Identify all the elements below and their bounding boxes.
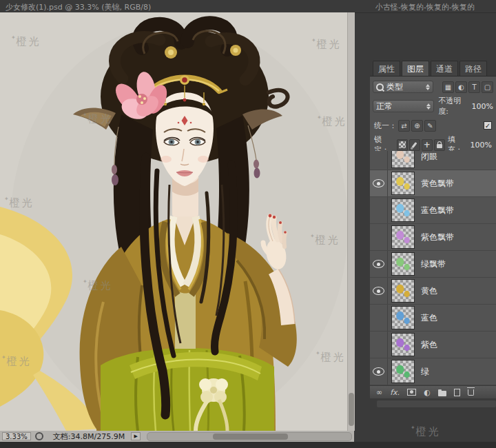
layer-name[interactable]: 蓝色飘带 [421, 205, 454, 216]
visibility-toggle[interactable] [370, 170, 388, 196]
search-icon [376, 83, 384, 91]
photoshop-window: 少女修改(1).psd @ 33.3% (美锦, RGB/8) 小古怪-恢复的-… [0, 0, 496, 448]
unify-label: 统一： [374, 121, 397, 131]
layer-thumbnail[interactable] [391, 306, 415, 329]
layer-row[interactable]: 闭眼 [370, 151, 496, 170]
fill-value[interactable]: 100% [471, 141, 492, 150]
propagate-checkbox[interactable]: ✓ [484, 121, 492, 130]
layers-panel-group: 属性 图层 通道 路径 类型 ▦ ◐ T ▢ [370, 0, 496, 448]
visibility-toggle[interactable] [370, 305, 388, 331]
eye-icon [373, 260, 384, 268]
shape-filter-icon[interactable]: ▢ [482, 81, 493, 93]
visibility-toggle[interactable] [370, 332, 388, 358]
status-options-button[interactable]: ▶ [131, 432, 141, 440]
visibility-toggle[interactable] [370, 224, 388, 250]
canvas-vertical-scrollbar[interactable] [347, 12, 355, 431]
artwork-illustration [0, 12, 347, 431]
layer-thumbnail[interactable] [391, 279, 415, 303]
blend-mode-value: 正常 [376, 101, 393, 112]
add-layer-mask-icon[interactable] [407, 389, 416, 396]
horizontal-scrollbar-thumb[interactable] [213, 434, 288, 440]
layer-row[interactable]: 黄色飘带 [370, 170, 496, 197]
layer-filter-row: 类型 ▦ ◐ T ▢ [370, 78, 496, 96]
layer-name[interactable]: 绿 [421, 366, 429, 378]
visibility-toggle[interactable] [370, 197, 388, 223]
window-bottom-edge [0, 442, 496, 448]
zoom-level-field[interactable]: 3.33% [2, 432, 31, 440]
layer-name[interactable]: 闭眼 [421, 151, 437, 163]
opacity-label: 不透明度: [438, 96, 470, 116]
kind-filter-dropdown[interactable]: 类型 [373, 81, 433, 93]
layers-panel-body: 类型 ▦ ◐ T ▢ 正常 不透明度: 100% [370, 76, 496, 398]
chevron-updown-icon [422, 84, 430, 90]
layer-name[interactable]: 蓝色 [421, 312, 437, 324]
delete-layer-icon[interactable] [468, 389, 474, 396]
layer-thumbnail[interactable] [391, 151, 415, 168]
chevron-updown-icon [423, 103, 431, 110]
layer-thumbnail[interactable] [391, 225, 415, 249]
type-filter-icon[interactable]: T [468, 81, 480, 93]
collapsed-panel-bar[interactable] [377, 400, 496, 407]
layer-list: 闭眼 黄色飘带 蓝色飘带 紫色飘带 [370, 151, 496, 385]
opacity-value[interactable]: 100% [472, 102, 493, 111]
eye-icon [373, 179, 384, 187]
unify-position-icon[interactable]: ⇄ [398, 120, 410, 132]
layer-style-fx-icon[interactable]: fx. [390, 388, 400, 397]
adjustment-filter-icon[interactable]: ◐ [455, 81, 467, 93]
document-tab-left[interactable]: 少女修改(1).psd @ 33.3% (美锦, RGB/8) [6, 2, 151, 12]
layer-thumbnail[interactable] [391, 172, 415, 195]
layer-name[interactable]: 紫色飘带 [421, 232, 454, 243]
unify-row: 统一： ⇄ ⊕ ✎ ✓ [370, 116, 496, 134]
layer-row[interactable]: 黄色 [370, 278, 496, 305]
new-adjustment-layer-icon[interactable]: ◐ [424, 389, 431, 396]
document-size-info: 文档:34.8M/275.9M [53, 431, 125, 442]
layer-name[interactable]: 紫色 [421, 339, 437, 351]
layer-row[interactable]: 蓝色飘带 [370, 197, 496, 224]
layer-thumbnail[interactable] [391, 360, 415, 383]
pixel-filter-icon[interactable]: ▦ [442, 81, 454, 93]
layer-row[interactable]: 紫色飘带 [370, 224, 496, 251]
vertical-scrollbar-thumb[interactable] [349, 393, 354, 426]
unify-visibility-icon[interactable]: ⊕ [411, 120, 423, 132]
layer-name[interactable]: 黄色 [421, 285, 437, 297]
layer-row[interactable]: 紫色 [370, 332, 496, 358]
lock-all-icon[interactable] [434, 139, 445, 151]
blend-mode-row: 正常 不透明度: 100% [370, 97, 496, 115]
link-layers-icon[interactable]: ∞ [376, 389, 382, 396]
layer-thumbnail[interactable] [391, 252, 415, 276]
kind-filter-label: 类型 [386, 81, 403, 93]
lock-pixels-brush-icon[interactable] [409, 139, 420, 151]
canvas-viewport[interactable] [0, 12, 347, 431]
eye-icon [373, 287, 384, 295]
new-layer-icon[interactable] [454, 389, 460, 396]
visibility-toggle[interactable] [370, 278, 388, 304]
eye-icon [373, 367, 384, 376]
layer-thumbnail[interactable] [391, 333, 415, 356]
status-indicator-icon [35, 432, 43, 440]
layer-row[interactable]: 绿 [370, 358, 496, 385]
layers-bottom-bar: ∞ fx. ◐ [370, 385, 496, 398]
layer-name[interactable]: 绿飘带 [421, 258, 446, 270]
layer-name[interactable]: 黄色飘带 [421, 178, 454, 190]
visibility-toggle[interactable] [370, 358, 388, 385]
visibility-toggle[interactable] [370, 251, 388, 277]
canvas-horizontal-scrollbar[interactable] [147, 432, 352, 441]
layer-row[interactable]: 蓝色 [370, 305, 496, 332]
blend-mode-dropdown[interactable]: 正常 [373, 100, 434, 112]
layer-row[interactable]: 绿飘带 [370, 251, 496, 278]
lock-position-icon[interactable] [422, 139, 433, 151]
unify-style-icon[interactable]: ✎ [424, 120, 436, 132]
lock-transparency-icon[interactable] [397, 139, 408, 151]
visibility-toggle[interactable] [370, 151, 388, 170]
status-bar: 3.33% 文档:34.8M/275.9M ▶ [0, 431, 354, 442]
new-group-icon[interactable] [438, 391, 446, 396]
layer-thumbnail[interactable] [391, 198, 415, 222]
